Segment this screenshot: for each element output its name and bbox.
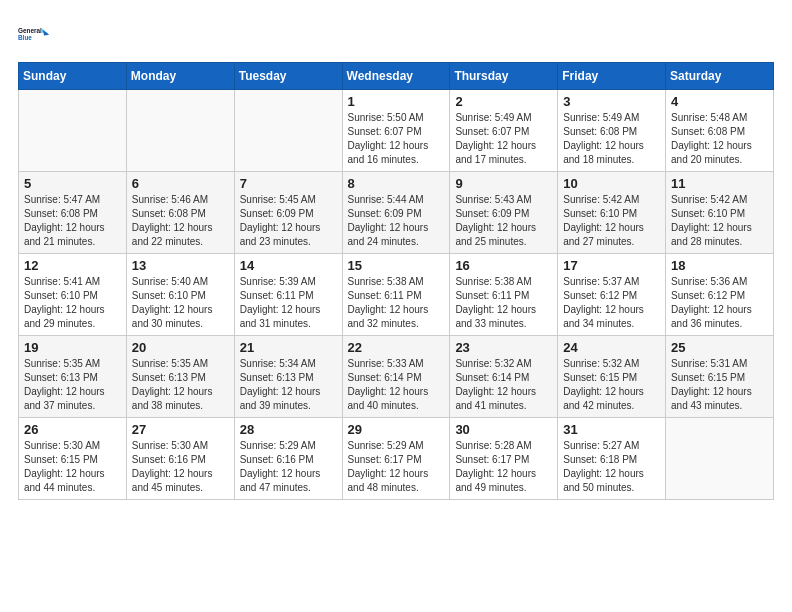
day-number: 3 [563, 94, 660, 109]
day-info: Sunrise: 5:48 AMSunset: 6:08 PMDaylight:… [671, 111, 768, 167]
day-info: Sunrise: 5:50 AMSunset: 6:07 PMDaylight:… [348, 111, 445, 167]
calendar-cell [234, 90, 342, 172]
day-info: Sunrise: 5:32 AMSunset: 6:14 PMDaylight:… [455, 357, 552, 413]
week-row-1: 1Sunrise: 5:50 AMSunset: 6:07 PMDaylight… [19, 90, 774, 172]
calendar-cell: 21Sunrise: 5:34 AMSunset: 6:13 PMDayligh… [234, 336, 342, 418]
day-number: 6 [132, 176, 229, 191]
day-number: 23 [455, 340, 552, 355]
calendar-cell: 13Sunrise: 5:40 AMSunset: 6:10 PMDayligh… [126, 254, 234, 336]
calendar-cell: 19Sunrise: 5:35 AMSunset: 6:13 PMDayligh… [19, 336, 127, 418]
calendar-cell: 8Sunrise: 5:44 AMSunset: 6:09 PMDaylight… [342, 172, 450, 254]
week-row-5: 26Sunrise: 5:30 AMSunset: 6:15 PMDayligh… [19, 418, 774, 500]
day-number: 27 [132, 422, 229, 437]
day-number: 29 [348, 422, 445, 437]
calendar-cell: 31Sunrise: 5:27 AMSunset: 6:18 PMDayligh… [558, 418, 666, 500]
calendar-cell: 22Sunrise: 5:33 AMSunset: 6:14 PMDayligh… [342, 336, 450, 418]
weekday-header-saturday: Saturday [666, 63, 774, 90]
day-info: Sunrise: 5:35 AMSunset: 6:13 PMDaylight:… [132, 357, 229, 413]
calendar-cell: 24Sunrise: 5:32 AMSunset: 6:15 PMDayligh… [558, 336, 666, 418]
calendar-cell: 5Sunrise: 5:47 AMSunset: 6:08 PMDaylight… [19, 172, 127, 254]
day-number: 14 [240, 258, 337, 273]
calendar-cell: 12Sunrise: 5:41 AMSunset: 6:10 PMDayligh… [19, 254, 127, 336]
day-info: Sunrise: 5:35 AMSunset: 6:13 PMDaylight:… [24, 357, 121, 413]
week-row-2: 5Sunrise: 5:47 AMSunset: 6:08 PMDaylight… [19, 172, 774, 254]
day-number: 17 [563, 258, 660, 273]
day-number: 28 [240, 422, 337, 437]
day-number: 13 [132, 258, 229, 273]
calendar-cell [126, 90, 234, 172]
weekday-header-tuesday: Tuesday [234, 63, 342, 90]
day-info: Sunrise: 5:32 AMSunset: 6:15 PMDaylight:… [563, 357, 660, 413]
day-number: 9 [455, 176, 552, 191]
day-info: Sunrise: 5:45 AMSunset: 6:09 PMDaylight:… [240, 193, 337, 249]
calendar-cell: 2Sunrise: 5:49 AMSunset: 6:07 PMDaylight… [450, 90, 558, 172]
header: GeneralBlue [18, 18, 774, 50]
day-info: Sunrise: 5:29 AMSunset: 6:17 PMDaylight:… [348, 439, 445, 495]
calendar-cell: 26Sunrise: 5:30 AMSunset: 6:15 PMDayligh… [19, 418, 127, 500]
weekday-header-monday: Monday [126, 63, 234, 90]
day-info: Sunrise: 5:36 AMSunset: 6:12 PMDaylight:… [671, 275, 768, 331]
day-number: 1 [348, 94, 445, 109]
calendar-cell: 16Sunrise: 5:38 AMSunset: 6:11 PMDayligh… [450, 254, 558, 336]
calendar-cell: 7Sunrise: 5:45 AMSunset: 6:09 PMDaylight… [234, 172, 342, 254]
day-number: 18 [671, 258, 768, 273]
day-info: Sunrise: 5:37 AMSunset: 6:12 PMDaylight:… [563, 275, 660, 331]
calendar-cell [666, 418, 774, 500]
svg-marker-3 [43, 30, 49, 36]
calendar-cell: 15Sunrise: 5:38 AMSunset: 6:11 PMDayligh… [342, 254, 450, 336]
day-info: Sunrise: 5:30 AMSunset: 6:16 PMDaylight:… [132, 439, 229, 495]
day-number: 11 [671, 176, 768, 191]
calendar-cell: 29Sunrise: 5:29 AMSunset: 6:17 PMDayligh… [342, 418, 450, 500]
day-number: 5 [24, 176, 121, 191]
day-number: 2 [455, 94, 552, 109]
page: GeneralBlue SundayMondayTuesdayWednesday… [0, 0, 792, 518]
day-info: Sunrise: 5:40 AMSunset: 6:10 PMDaylight:… [132, 275, 229, 331]
day-info: Sunrise: 5:49 AMSunset: 6:08 PMDaylight:… [563, 111, 660, 167]
day-info: Sunrise: 5:42 AMSunset: 6:10 PMDaylight:… [563, 193, 660, 249]
day-info: Sunrise: 5:30 AMSunset: 6:15 PMDaylight:… [24, 439, 121, 495]
svg-text:Blue: Blue [18, 34, 32, 41]
day-number: 15 [348, 258, 445, 273]
day-info: Sunrise: 5:34 AMSunset: 6:13 PMDaylight:… [240, 357, 337, 413]
day-number: 26 [24, 422, 121, 437]
day-info: Sunrise: 5:49 AMSunset: 6:07 PMDaylight:… [455, 111, 552, 167]
weekday-header-thursday: Thursday [450, 63, 558, 90]
weekday-header-wednesday: Wednesday [342, 63, 450, 90]
calendar-cell: 20Sunrise: 5:35 AMSunset: 6:13 PMDayligh… [126, 336, 234, 418]
weekday-header-row: SundayMondayTuesdayWednesdayThursdayFrid… [19, 63, 774, 90]
calendar-cell: 25Sunrise: 5:31 AMSunset: 6:15 PMDayligh… [666, 336, 774, 418]
day-info: Sunrise: 5:27 AMSunset: 6:18 PMDaylight:… [563, 439, 660, 495]
day-number: 20 [132, 340, 229, 355]
day-number: 25 [671, 340, 768, 355]
day-number: 7 [240, 176, 337, 191]
calendar-cell: 1Sunrise: 5:50 AMSunset: 6:07 PMDaylight… [342, 90, 450, 172]
day-number: 22 [348, 340, 445, 355]
calendar-table: SundayMondayTuesdayWednesdayThursdayFrid… [18, 62, 774, 500]
calendar-cell: 30Sunrise: 5:28 AMSunset: 6:17 PMDayligh… [450, 418, 558, 500]
calendar-cell: 9Sunrise: 5:43 AMSunset: 6:09 PMDaylight… [450, 172, 558, 254]
day-info: Sunrise: 5:46 AMSunset: 6:08 PMDaylight:… [132, 193, 229, 249]
svg-text:General: General [18, 27, 42, 34]
day-info: Sunrise: 5:47 AMSunset: 6:08 PMDaylight:… [24, 193, 121, 249]
day-info: Sunrise: 5:39 AMSunset: 6:11 PMDaylight:… [240, 275, 337, 331]
calendar-cell: 17Sunrise: 5:37 AMSunset: 6:12 PMDayligh… [558, 254, 666, 336]
weekday-header-friday: Friday [558, 63, 666, 90]
week-row-3: 12Sunrise: 5:41 AMSunset: 6:10 PMDayligh… [19, 254, 774, 336]
day-info: Sunrise: 5:38 AMSunset: 6:11 PMDaylight:… [348, 275, 445, 331]
day-info: Sunrise: 5:28 AMSunset: 6:17 PMDaylight:… [455, 439, 552, 495]
day-number: 4 [671, 94, 768, 109]
calendar-cell: 28Sunrise: 5:29 AMSunset: 6:16 PMDayligh… [234, 418, 342, 500]
day-info: Sunrise: 5:38 AMSunset: 6:11 PMDaylight:… [455, 275, 552, 331]
day-number: 19 [24, 340, 121, 355]
calendar-cell: 10Sunrise: 5:42 AMSunset: 6:10 PMDayligh… [558, 172, 666, 254]
day-number: 21 [240, 340, 337, 355]
day-number: 31 [563, 422, 660, 437]
day-number: 10 [563, 176, 660, 191]
calendar-cell [19, 90, 127, 172]
day-info: Sunrise: 5:44 AMSunset: 6:09 PMDaylight:… [348, 193, 445, 249]
calendar-cell: 4Sunrise: 5:48 AMSunset: 6:08 PMDaylight… [666, 90, 774, 172]
calendar-cell: 6Sunrise: 5:46 AMSunset: 6:08 PMDaylight… [126, 172, 234, 254]
calendar-cell: 14Sunrise: 5:39 AMSunset: 6:11 PMDayligh… [234, 254, 342, 336]
calendar-cell: 27Sunrise: 5:30 AMSunset: 6:16 PMDayligh… [126, 418, 234, 500]
day-info: Sunrise: 5:33 AMSunset: 6:14 PMDaylight:… [348, 357, 445, 413]
